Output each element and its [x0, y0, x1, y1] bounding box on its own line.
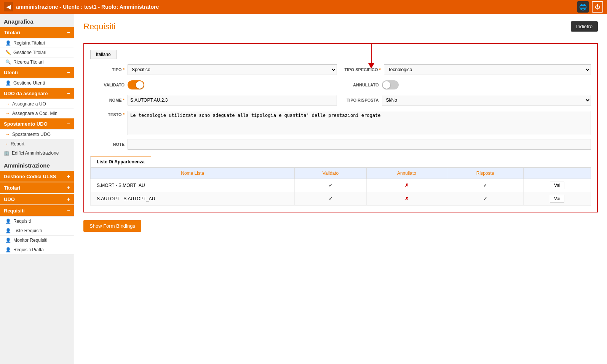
sidebar-group-titolari2[interactable]: Titolari + — [0, 182, 74, 193]
user-icon-req: 👤 — [5, 219, 11, 224]
validato-slider — [128, 80, 144, 89]
cell-nome: S.AUTOPT - S.AUTOPT_AU — [91, 192, 295, 206]
tipo-specifico-label: TIPO SPECIFICO * — [345, 67, 381, 72]
note-input[interactable] — [128, 139, 591, 150]
form-row-validato: VALIDATO — [90, 80, 337, 89]
sidebar-group-spostamento[interactable]: Spostamento UDO − — [0, 118, 74, 129]
cell-nome: S.MORT - S.MORT_AU — [91, 179, 295, 192]
vai-button[interactable]: Vai — [550, 182, 564, 189]
sidebar-anagrafica-title: Anagrafica — [0, 14, 74, 27]
topbar-back-arrow[interactable]: ◀ — [4, 2, 13, 11]
topbar-title: amministrazione - Utente : test1 - Ruolo… — [16, 4, 574, 10]
sidebar-item-report[interactable]: → Report — [0, 139, 74, 148]
sidebar-item-assegnare-cod[interactable]: → Assegnare a Cod. Min. — [0, 109, 74, 118]
power-icon[interactable]: ⏻ — [592, 1, 603, 13]
table-wrapper: Nome Lista Validato Annullato Risposta S… — [90, 168, 591, 206]
minus-icon: − — [67, 29, 70, 35]
topbar: ◀ amministrazione - Utente : test1 - Ruo… — [0, 0, 607, 14]
user-icon: 👤 — [5, 40, 11, 46]
tipo-select[interactable]: Specifico — [128, 64, 337, 75]
vai-button[interactable]: Vai — [550, 195, 564, 203]
globe-icon[interactable]: 🌐 — [577, 1, 589, 13]
tipo-risposta-select[interactable]: Si/No — [382, 95, 591, 105]
sidebar-group-requisiti[interactable]: Requisiti − — [0, 205, 74, 216]
search-icon: 🔍 — [5, 59, 11, 65]
validato-toggle[interactable] — [128, 80, 144, 89]
annullato-slider — [382, 80, 399, 89]
col-annullato: Annullato — [366, 168, 447, 179]
sidebar-item-gestione-utenti[interactable]: 👤 Gestione Utenti — [0, 78, 74, 88]
annullato-label: ANNULLATO — [345, 83, 379, 87]
form-grid-1: TIPO * Specifico TIPO SPECIFICO * Tecnol… — [90, 64, 591, 75]
form-row-tipo: TIPO * Specifico — [90, 64, 337, 75]
arrow-icon-2: → — [5, 111, 10, 116]
form-row-tipo-risposta: TIPO RISPOSTA Si/No — [345, 95, 591, 105]
arrow-icon-report: → — [4, 141, 8, 147]
sidebar-item-registra-titolari[interactable]: 👤 Registra Titolari — [0, 38, 74, 48]
col-risposta: Risposta — [447, 168, 524, 179]
cell-annullato: ✗ — [366, 179, 447, 192]
show-form-bindings-button[interactable]: Show Form Bindings — [83, 220, 141, 232]
user-icon-piatta: 👤 — [5, 247, 11, 252]
sidebar-item-assegnare-uo[interactable]: → Assegnare a UO — [0, 99, 74, 109]
validato-label: VALIDATO — [90, 83, 125, 87]
testo-textarea[interactable]: Le tecnologie utilizzate sono adeguate a… — [128, 111, 591, 135]
minus-icon-spostamento: − — [67, 121, 70, 127]
annullato-toggle-wrapper — [382, 80, 399, 89]
plus-icon-codici: + — [67, 173, 70, 179]
form-row-tipo-specifico: TIPO SPECIFICO * Tecnologico — [345, 64, 591, 75]
form-grid-3: NOME * TIPO RISPOSTA Si/No — [90, 95, 591, 105]
form-row-testo: TESTO * Le tecnologie utilizzate sono ad… — [90, 111, 591, 135]
cell-action: Vai — [524, 192, 591, 206]
arrow-icon-3: → — [5, 132, 10, 137]
sidebar-item-liste-requisiti[interactable]: 👤 Liste Requisiti — [0, 226, 74, 236]
sidebar-group-titolari[interactable]: Titolari − — [0, 27, 74, 38]
building-icon: 🏢 — [4, 150, 10, 156]
validato-toggle-wrapper — [128, 80, 144, 89]
sidebar-group-utenti[interactable]: Utenti − — [0, 67, 74, 78]
tipo-specifico-select[interactable]: Tecnologico — [384, 64, 591, 75]
sidebar-item-spostamento[interactable]: → Spostamento UDO — [0, 130, 74, 139]
back-button[interactable]: Indietro — [571, 21, 598, 32]
sidebar-item-monitor-requisiti[interactable]: 👤 Monitor Requisiti — [0, 236, 74, 245]
nome-input[interactable] — [128, 95, 337, 105]
cell-validato: ✓ — [295, 179, 367, 192]
sidebar-group-gestione-codici[interactable]: Gestione Codici ULSS + — [0, 171, 74, 182]
form-row-note: NOTE — [90, 139, 591, 150]
annullato-toggle[interactable] — [382, 80, 399, 89]
main-content: Requisiti Indietro Italiano TIPO * Speci… — [74, 14, 607, 364]
col-action — [524, 168, 591, 179]
sidebar-item-requisiti-piatta[interactable]: 👤 Requisiti Piatta — [0, 245, 74, 255]
layout: Anagrafica Titolari − 👤 Registra Titolar… — [0, 14, 607, 364]
form-row-annullato: ANNULLATO — [345, 80, 591, 89]
user-icon-utenti: 👤 — [5, 80, 11, 86]
cell-validato: ✓ — [295, 192, 367, 206]
testo-label: TESTO * — [90, 111, 125, 117]
form-container: Italiano TIPO * Specifico TIPO SPECIFICO… — [83, 43, 598, 212]
minus-icon-udo: − — [67, 90, 70, 96]
plus-icon-titolari2: + — [67, 185, 70, 191]
user-icon-liste: 👤 — [5, 228, 11, 233]
sidebar-group-udo[interactable]: UDO + — [0, 194, 74, 204]
plus-icon-udo: + — [67, 196, 70, 202]
sidebar-item-edifici[interactable]: 🏢 Edifici Amministrazione — [0, 148, 74, 158]
sidebar-group-udo-assegnare[interactable]: UDO da assegnare − — [0, 88, 74, 99]
cell-risposta: ✓ — [447, 179, 524, 192]
lang-tab[interactable]: Italiano — [90, 50, 117, 59]
validato-knob — [136, 81, 144, 89]
sidebar-amministrazione-title: Amministrazione — [0, 158, 74, 171]
tab-liste-appartenenza[interactable]: Liste Di Appartenenza — [90, 156, 151, 167]
form-grid-2: VALIDATO ANNULLATO — [90, 80, 591, 89]
page-title: Requisiti — [83, 22, 115, 32]
tab-bar: Liste Di Appartenenza — [90, 156, 591, 168]
page-header: Requisiti Indietro — [83, 21, 598, 32]
col-nome-lista: Nome Lista — [91, 168, 295, 179]
sidebar-item-ricerca-titolari[interactable]: 🔍 Ricerca Titolari — [0, 57, 74, 67]
minus-icon-requisiti: − — [67, 208, 70, 214]
sidebar-item-requisiti[interactable]: 👤 Requisiti — [0, 217, 74, 226]
cell-annullato: ✗ — [366, 192, 447, 206]
sidebar: Anagrafica Titolari − 👤 Registra Titolar… — [0, 14, 74, 364]
table-row: S.MORT - S.MORT_AU ✓ ✗ ✓ Vai — [91, 179, 591, 192]
sidebar-item-gestione-titolari[interactable]: ✏️ Gestione Titolari — [0, 48, 74, 57]
col-validato: Validato — [295, 168, 367, 179]
